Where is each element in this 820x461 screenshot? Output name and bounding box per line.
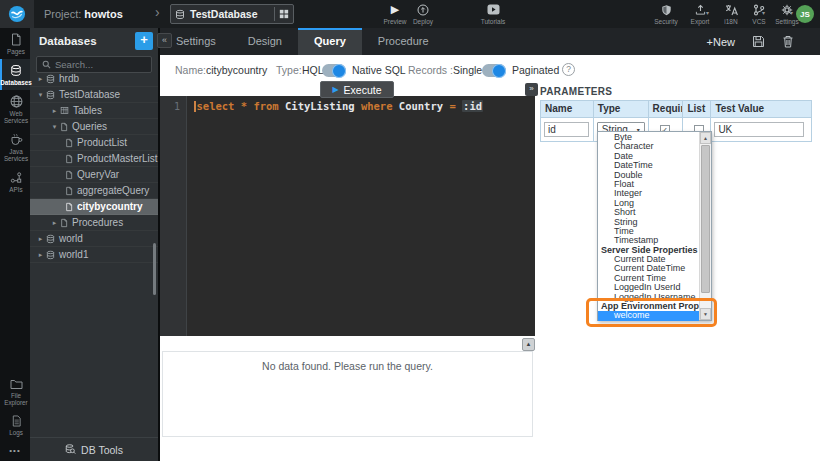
dropdown-option[interactable]: Character [598, 142, 699, 151]
new-query-button[interactable]: +New [707, 36, 735, 48]
play-icon: ▶ [391, 3, 399, 16]
shield-icon [661, 3, 672, 16]
records-option-single[interactable]: Single [453, 64, 482, 76]
dropdown-option[interactable]: Current Time [598, 274, 699, 283]
rail-item-file-explorer[interactable]: File Explorer [0, 373, 30, 410]
search-icon [42, 60, 51, 69]
dropdown-option[interactable]: Integer [598, 189, 699, 198]
records-toggle[interactable] [482, 64, 506, 77]
sql-keyword: select * from [197, 100, 286, 112]
collapse-parameters-button[interactable]: » [525, 83, 538, 96]
tree-item-world[interactable]: ▸ world [30, 231, 158, 247]
tree-item-aggregatequery[interactable]: aggregateQuery [30, 183, 158, 199]
dropdown-option[interactable]: Current DateTime [598, 264, 699, 273]
expand-arrow-icon[interactable]: ▸ [36, 235, 45, 243]
globe-icon [10, 95, 23, 108]
collapse-panel-button[interactable]: « [157, 33, 172, 48]
expand-arrow-icon[interactable]: ▸ [36, 251, 45, 259]
tree-item-productmasterlist[interactable]: ProductMasterList [30, 151, 158, 167]
tree-item-world1[interactable]: ▸ world1 [30, 247, 158, 263]
collapse-editor-button[interactable]: ▲ [522, 338, 535, 351]
deploy-button[interactable]: Deploy [406, 3, 440, 25]
help-icon[interactable]: ? [562, 63, 575, 76]
tree-item-label: world [59, 233, 83, 244]
dropdown-option[interactable]: DateTime [598, 161, 699, 170]
param-name-input[interactable] [544, 122, 589, 137]
tree-item-tables[interactable]: ▸ Tables [30, 103, 158, 119]
sql-query-line[interactable]: select * from CityListing where Country … [194, 100, 483, 112]
rail-item-java-services[interactable]: Java Services [0, 128, 30, 166]
dropdown-option[interactable]: Short [598, 208, 699, 217]
expand-arrow-icon[interactable]: ▸ [36, 75, 45, 83]
user-avatar[interactable]: JS [796, 5, 814, 23]
sql-column-name: Country [399, 100, 443, 112]
rail-item-databases[interactable]: Databases [0, 59, 30, 90]
dropdown-option[interactable]: String [598, 218, 699, 227]
file-icon [65, 202, 73, 212]
dropdown-option[interactable]: Current Date [598, 255, 699, 264]
type-toggle[interactable] [322, 64, 346, 77]
type-label: Type: [276, 64, 302, 76]
dropdown-option[interactable]: LoggedIn Username [598, 293, 699, 302]
expand-arrow-icon[interactable]: ▾ [50, 123, 59, 131]
type-dropdown-list: Byte Character Date DateTime Double Floa… [597, 131, 712, 321]
tree-item-label: citybycountry [77, 201, 143, 212]
tree-item-citybycountry[interactable]: citybycountry [30, 199, 158, 215]
delete-icon[interactable] [782, 35, 794, 48]
dropdown-scrollbar[interactable]: ▲ ▼ [699, 132, 711, 320]
db-tools-button[interactable]: DB Tools [30, 437, 158, 461]
param-test-value-input[interactable] [714, 122, 804, 137]
type-option-native-sql[interactable]: Native SQL [352, 64, 406, 76]
rail-item-web-services[interactable]: Web Services [0, 90, 30, 128]
dropdown-option[interactable]: LoggedIn UserId [598, 283, 699, 292]
expand-arrow-icon[interactable]: ▸ [50, 219, 59, 227]
type-option-hql[interactable]: HQL [302, 64, 324, 76]
tree-item-hrdb[interactable]: ▸ hrdb [30, 71, 158, 87]
scroll-up-icon[interactable]: ▲ [700, 132, 711, 144]
tree-item-queries[interactable]: ▾ Queries [30, 119, 158, 135]
scroll-down-icon[interactable]: ▼ [700, 308, 711, 320]
tree-item-testdatabase[interactable]: ▾ TestDatabase [30, 87, 158, 103]
dropdown-option[interactable]: Byte [598, 133, 699, 142]
dropdown-option[interactable]: Long [598, 199, 699, 208]
dropdown-option[interactable]: Float [598, 180, 699, 189]
rail-item-logs[interactable]: Logs [0, 410, 30, 440]
dropdown-option-selected[interactable]: welcome [598, 311, 699, 320]
database-selector[interactable]: TestDatabase [170, 4, 294, 24]
dropdown-option[interactable]: Time [598, 227, 699, 236]
security-button[interactable]: Security [649, 3, 683, 25]
tree-item-queryvar[interactable]: QueryVar [30, 167, 158, 183]
save-icon[interactable] [752, 35, 765, 48]
add-database-button[interactable]: + [135, 32, 153, 50]
tab-design[interactable]: Design [232, 28, 298, 55]
sql-code-editor[interactable]: 1 select * from CityListing where Countr… [160, 96, 535, 336]
dropdown-option[interactable]: Timestamp [598, 236, 699, 245]
app-logo[interactable] [0, 0, 34, 28]
execute-button[interactable]: ▶ Execute [320, 81, 394, 98]
dropdown-option[interactable]: Date [598, 152, 699, 161]
tree-scrollbar[interactable] [153, 243, 156, 295]
search-input[interactable] [55, 59, 146, 70]
rail-spacer [0, 197, 30, 373]
rail-item-pages[interactable]: Pages [0, 28, 30, 59]
logo-icon [8, 5, 26, 23]
sql-table-name: CityListing [285, 100, 355, 112]
grid-icon[interactable] [279, 9, 289, 19]
expand-arrow-icon[interactable]: ▸ [50, 107, 59, 115]
tree-item-label: ProductList [77, 137, 127, 148]
rail-item-apis[interactable]: APIs [0, 166, 30, 197]
more-options-button[interactable]: ••• [0, 440, 30, 461]
tab-procedure[interactable]: Procedure [362, 28, 445, 55]
export-button[interactable]: Export [683, 3, 717, 25]
dropdown-option[interactable]: Double [598, 171, 699, 180]
records-option-paginated[interactable]: Paginated [512, 64, 559, 76]
expand-arrow-icon[interactable]: ▾ [36, 91, 45, 99]
deploy-icon [417, 3, 429, 16]
tree-item-procedures[interactable]: ▸ Procedures [30, 215, 158, 231]
tutorials-button[interactable]: Tutorials [476, 3, 510, 25]
scrollbar-thumb[interactable] [701, 145, 710, 293]
name-label: Name: [175, 64, 206, 76]
tree-item-productlist[interactable]: ProductList [30, 135, 158, 151]
tab-query[interactable]: Query [298, 28, 362, 55]
file-icon [60, 218, 68, 228]
